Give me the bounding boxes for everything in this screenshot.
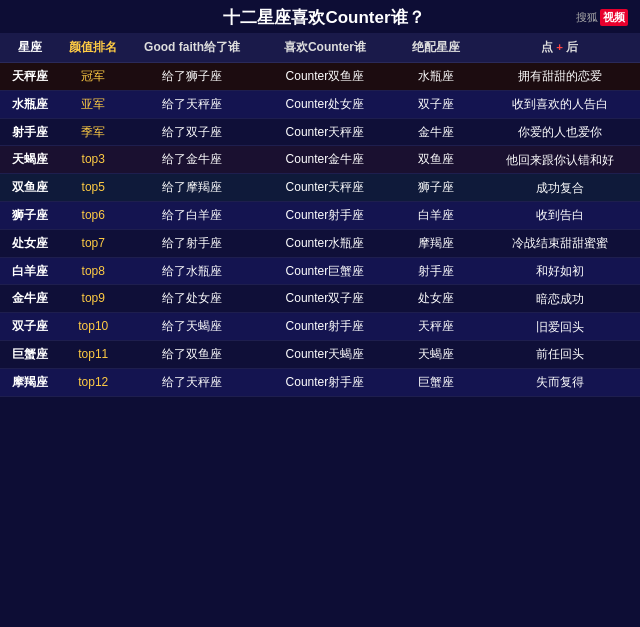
cell-faith: 给了天蝎座	[127, 313, 257, 341]
cell-faith: 给了处女座	[127, 285, 257, 313]
cell-rank: top11	[59, 340, 127, 368]
cell-rank: top5	[59, 174, 127, 202]
table-row: 摩羯座top12给了天秤座Counter射手座巨蟹座失而复得	[0, 368, 640, 396]
cell-result: 和好如初	[479, 257, 640, 285]
cell-result: 旧爱回头	[479, 313, 640, 341]
cell-result: 成功复合	[479, 174, 640, 202]
col-header-faith: Good faith给了谁	[127, 33, 257, 63]
cell-counter: Counter天秤座	[257, 118, 393, 146]
cell-rank: top6	[59, 201, 127, 229]
cell-counter: Counter处女座	[257, 90, 393, 118]
col-result-plus: +	[556, 41, 563, 53]
cell-rank: top12	[59, 368, 127, 396]
table-row: 狮子座top6给了白羊座Counter射手座白羊座收到告白	[0, 201, 640, 229]
table-row: 天秤座冠军给了狮子座Counter双鱼座水瓶座拥有甜甜的恋爱	[0, 63, 640, 91]
cell-result: 他回来跟你认错和好	[479, 146, 640, 174]
cell-best: 射手座	[393, 257, 479, 285]
cell-star: 金牛座	[0, 285, 59, 313]
col-header-star: 星座	[0, 33, 59, 63]
cell-rank: 季军	[59, 118, 127, 146]
table-header-row: 星座 颜值排名 Good faith给了谁 喜欢Counter谁 绝配星座 点 …	[0, 33, 640, 63]
cell-faith: 给了天秤座	[127, 90, 257, 118]
col-header-counter: 喜欢Counter谁	[257, 33, 393, 63]
cell-star: 天蝎座	[0, 146, 59, 174]
header: 十二星座喜欢Counter谁？ 搜狐 视频	[0, 0, 640, 33]
cell-best: 白羊座	[393, 201, 479, 229]
cell-star: 水瓶座	[0, 90, 59, 118]
cell-faith: 给了金牛座	[127, 146, 257, 174]
table-row: 天蝎座top3给了金牛座Counter金牛座双鱼座他回来跟你认错和好	[0, 146, 640, 174]
cell-faith: 给了摩羯座	[127, 174, 257, 202]
cell-counter: Counter金牛座	[257, 146, 393, 174]
cell-counter: Counter双子座	[257, 285, 393, 313]
souhu-logo: 搜狐	[576, 10, 598, 25]
cell-star: 摩羯座	[0, 368, 59, 396]
cell-best: 处女座	[393, 285, 479, 313]
cell-result: 收到告白	[479, 201, 640, 229]
cell-faith: 给了双子座	[127, 118, 257, 146]
table-row: 金牛座top9给了处女座Counter双子座处女座暗恋成功	[0, 285, 640, 313]
cell-star: 射手座	[0, 118, 59, 146]
logo-area: 搜狐 视频	[576, 9, 628, 26]
cell-faith: 给了白羊座	[127, 201, 257, 229]
cell-faith: 给了水瓶座	[127, 257, 257, 285]
cell-rank: top9	[59, 285, 127, 313]
cell-counter: Counter天蝎座	[257, 340, 393, 368]
cell-rank: top7	[59, 229, 127, 257]
table-row: 双鱼座top5给了摩羯座Counter天秤座狮子座成功复合	[0, 174, 640, 202]
cell-counter: Counter双鱼座	[257, 63, 393, 91]
cell-counter: Counter射手座	[257, 201, 393, 229]
cell-star: 巨蟹座	[0, 340, 59, 368]
table-row: 双子座top10给了天蝎座Counter射手座天秤座旧爱回头	[0, 313, 640, 341]
cell-result: 冷战结束甜甜蜜蜜	[479, 229, 640, 257]
cell-result: 暗恋成功	[479, 285, 640, 313]
cell-star: 双鱼座	[0, 174, 59, 202]
cell-counter: Counter巨蟹座	[257, 257, 393, 285]
cell-star: 天秤座	[0, 63, 59, 91]
cell-counter: Counter天秤座	[257, 174, 393, 202]
cell-rank: 冠军	[59, 63, 127, 91]
cell-star: 处女座	[0, 229, 59, 257]
cell-rank: top3	[59, 146, 127, 174]
cell-rank: top10	[59, 313, 127, 341]
col-header-result: 点 + 后	[479, 33, 640, 63]
col-header-rank: 颜值排名	[59, 33, 127, 63]
cell-faith: 给了双鱼座	[127, 340, 257, 368]
table-row: 巨蟹座top11给了双鱼座Counter天蝎座天蝎座前任回头	[0, 340, 640, 368]
cell-rank: 亚军	[59, 90, 127, 118]
cell-result: 拥有甜甜的恋爱	[479, 63, 640, 91]
cell-best: 金牛座	[393, 118, 479, 146]
cell-best: 摩羯座	[393, 229, 479, 257]
cell-faith: 给了狮子座	[127, 63, 257, 91]
table-row: 白羊座top8给了水瓶座Counter巨蟹座射手座和好如初	[0, 257, 640, 285]
cell-counter: Counter水瓶座	[257, 229, 393, 257]
main-container: 十二星座喜欢Counter谁？ 搜狐 视频 星座 颜值排名 Good faith…	[0, 0, 640, 627]
cell-counter: Counter射手座	[257, 313, 393, 341]
data-table: 星座 颜值排名 Good faith给了谁 喜欢Counter谁 绝配星座 点 …	[0, 33, 640, 397]
table-row: 处女座top7给了射手座Counter水瓶座摩羯座冷战结束甜甜蜜蜜	[0, 229, 640, 257]
table-row: 射手座季军给了双子座Counter天秤座金牛座你爱的人也爱你	[0, 118, 640, 146]
cell-star: 双子座	[0, 313, 59, 341]
cell-result: 你爱的人也爱你	[479, 118, 640, 146]
cell-best: 双子座	[393, 90, 479, 118]
cell-star: 狮子座	[0, 201, 59, 229]
col-result-after: 后	[566, 41, 578, 53]
cell-faith: 给了天秤座	[127, 368, 257, 396]
cell-best: 天蝎座	[393, 340, 479, 368]
cell-rank: top8	[59, 257, 127, 285]
cell-counter: Counter射手座	[257, 368, 393, 396]
col-result-text: 点	[541, 41, 553, 53]
cell-faith: 给了射手座	[127, 229, 257, 257]
cell-result: 收到喜欢的人告白	[479, 90, 640, 118]
cell-best: 天秤座	[393, 313, 479, 341]
page-title: 十二星座喜欢Counter谁？	[72, 6, 576, 29]
cell-star: 白羊座	[0, 257, 59, 285]
cell-result: 失而复得	[479, 368, 640, 396]
cell-best: 巨蟹座	[393, 368, 479, 396]
cell-best: 水瓶座	[393, 63, 479, 91]
cell-result: 前任回头	[479, 340, 640, 368]
cell-best: 狮子座	[393, 174, 479, 202]
table-row: 水瓶座亚军给了天秤座Counter处女座双子座收到喜欢的人告白	[0, 90, 640, 118]
shipin-logo: 视频	[600, 9, 628, 26]
col-header-best: 绝配星座	[393, 33, 479, 63]
